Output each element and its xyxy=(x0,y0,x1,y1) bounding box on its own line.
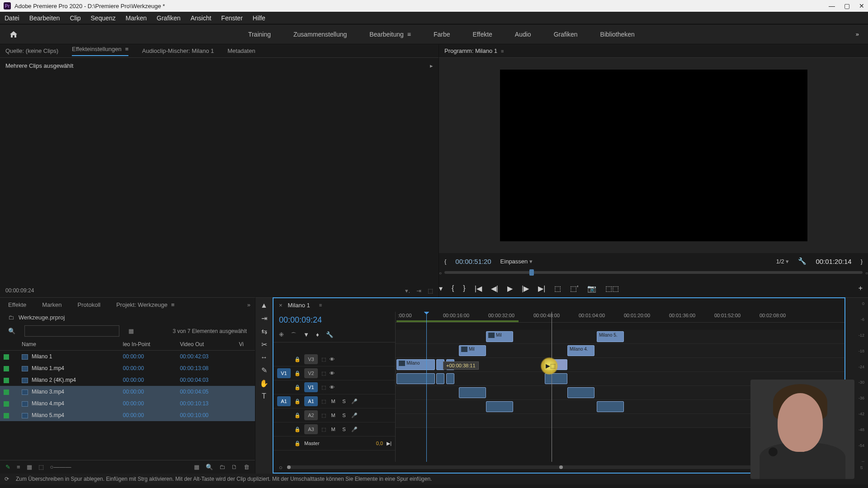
clip-a3[interactable] xyxy=(486,401,513,412)
tab-protokoll[interactable]: Protokoll xyxy=(78,301,101,308)
voiceover-icon[interactable]: 🎤 xyxy=(351,399,358,404)
lane-v2[interactable]: Mil Milano 4. xyxy=(396,344,844,358)
play-icon[interactable]: ▶ xyxy=(507,284,513,293)
settings-icon[interactable]: 🔧 xyxy=(798,257,807,265)
workspace-menu-icon[interactable]: ≡ xyxy=(407,31,411,38)
bin-icon[interactable]: 🗀 xyxy=(8,314,14,321)
icon-view-icon[interactable]: ▦ xyxy=(27,464,32,470)
list-view-icon[interactable]: ≡ xyxy=(17,464,20,470)
mute-icon[interactable]: M xyxy=(330,399,337,404)
sync-lock-icon[interactable]: ⬚ xyxy=(321,399,326,404)
timeline-timecode[interactable]: 00:00:09:24 xyxy=(274,312,395,328)
track-header-a3[interactable]: 🔒 A3 ⬚ M S 🎤 xyxy=(274,422,395,436)
timeline-zoom-out-icon[interactable]: ○ xyxy=(279,464,283,471)
maximize-button[interactable]: ▢ xyxy=(844,2,850,9)
clip-a2b[interactable] xyxy=(567,387,594,398)
lock-icon[interactable]: 🔒 xyxy=(294,427,301,432)
selection-tool-icon[interactable]: ▲ xyxy=(260,301,268,310)
insert-icon[interactable]: ⇥ xyxy=(416,287,421,294)
comparison-icon[interactable]: ⬚⬚ xyxy=(605,284,619,293)
workspace-overflow-icon[interactable]: » xyxy=(856,31,859,38)
pen-icon[interactable]: ✎ xyxy=(5,464,10,470)
clip-v3[interactable]: Mil xyxy=(486,331,513,342)
overwrite-icon[interactable]: ⬚ xyxy=(428,287,433,294)
program-playhead-marker[interactable] xyxy=(529,269,534,276)
trash-icon[interactable]: 🗑 xyxy=(244,464,250,470)
program-menu-icon[interactable]: ≡ xyxy=(501,48,504,54)
workspace-grafiken[interactable]: Grafiken xyxy=(554,31,578,38)
slip-tool-icon[interactable]: ↔ xyxy=(260,353,268,361)
time-ruler[interactable]: :00:00 00:00:16:00 00:00:32:00 00:00:48:… xyxy=(396,312,844,323)
track-v3[interactable]: V3 xyxy=(304,354,318,364)
zoom-slider[interactable]: ○——— xyxy=(50,464,71,470)
add-marker-icon[interactable]: ▾ xyxy=(439,284,443,293)
tl-add-marker-icon[interactable]: ♦ xyxy=(316,331,319,339)
zoom-fit-dropdown[interactable]: Einpassen xyxy=(500,258,533,265)
track-header-v1[interactable]: 🔒 V1 ⬚ 👁 xyxy=(274,380,395,394)
voiceover-icon[interactable]: 🎤 xyxy=(351,427,358,432)
mute-icon[interactable]: M xyxy=(330,413,337,418)
resolution-dropdown[interactable]: 1/2 xyxy=(776,258,789,265)
marker-tool-icon[interactable]: ▼ xyxy=(303,331,309,339)
button-editor-icon[interactable]: + xyxy=(859,284,863,292)
master-value[interactable]: 0,0 xyxy=(376,441,383,446)
program-playhead-tc[interactable]: 00:00:51:20 xyxy=(455,258,491,265)
tl-settings-icon[interactable]: 🔧 xyxy=(326,331,333,339)
new-bin-icon[interactable]: 🗀 xyxy=(219,464,225,470)
project-table[interactable]: Name leo In-Point Video Out Vi Milano 1 … xyxy=(0,338,255,460)
type-tool-icon[interactable]: T xyxy=(262,392,266,400)
clip-a1c[interactable] xyxy=(446,373,454,384)
track-a3[interactable]: A3 xyxy=(304,424,318,434)
tab-audioclip-mischer[interactable]: Audioclip-Mischer: Milano 1 xyxy=(142,47,214,54)
lock-icon[interactable]: 🔒 xyxy=(294,385,301,390)
sync-lock-icon[interactable]: ⬚ xyxy=(321,357,326,362)
sync-lock-icon[interactable]: ⬚ xyxy=(321,427,326,432)
step-back-icon[interactable]: ◀| xyxy=(491,284,498,293)
tab-effekteinstellungen[interactable]: Effekteinstellungen≡ xyxy=(72,46,128,56)
meter-solo-right[interactable]: S xyxy=(860,465,863,470)
program-scrubber[interactable]: ○ ○ xyxy=(439,269,868,279)
playhead[interactable] xyxy=(426,312,427,462)
bracket-right-icon[interactable]: } xyxy=(861,258,863,265)
auto-seq-icon[interactable]: ▦ xyxy=(194,464,199,470)
home-icon[interactable] xyxy=(9,30,18,38)
go-to-out-icon[interactable]: ▶| xyxy=(538,284,545,293)
clip-v1a[interactable]: Milano xyxy=(396,359,435,370)
mute-icon[interactable]: M xyxy=(330,427,337,432)
ripple-edit-tool-icon[interactable]: ⇆ xyxy=(261,327,267,336)
workspace-zusammenstellung[interactable]: Zusammenstellung xyxy=(293,31,347,38)
clip-a3b[interactable] xyxy=(597,401,624,412)
col-out[interactable]: Video Out xyxy=(176,338,236,351)
razor-tool-icon[interactable]: ✂ xyxy=(261,340,267,349)
menu-hilfe[interactable]: Hilfe xyxy=(253,14,265,22)
menu-datei[interactable]: Datei xyxy=(5,14,19,22)
workspace-training[interactable]: Training xyxy=(248,31,271,38)
timeline-menu-icon[interactable]: ≡ xyxy=(319,302,322,308)
col-vi[interactable]: Vi xyxy=(235,338,255,351)
track-v2[interactable]: V2 xyxy=(304,368,318,378)
extract-icon[interactable]: ⬚' xyxy=(570,284,578,293)
track-a1[interactable]: A1 xyxy=(304,396,318,406)
track-a2[interactable]: A2 xyxy=(304,410,318,420)
timeline-scrollbar[interactable] xyxy=(287,465,831,469)
freeform-icon[interactable]: ⬚ xyxy=(38,464,44,470)
minimize-button[interactable]: — xyxy=(829,2,835,9)
lift-icon[interactable]: ⬚ xyxy=(554,284,561,293)
tab-effekte[interactable]: Effekte xyxy=(8,301,26,308)
eye-icon[interactable]: 👁 xyxy=(330,357,335,362)
find-icon[interactable]: 🔍 xyxy=(206,464,213,470)
expand-icon[interactable]: ▸ xyxy=(430,62,433,69)
search-input[interactable] xyxy=(24,325,119,337)
link-icon[interactable]: ⌒ xyxy=(291,331,297,339)
lock-icon[interactable]: 🔒 xyxy=(294,371,301,376)
lock-icon[interactable]: 🔒 xyxy=(294,413,301,418)
lane-v3[interactable]: Mil Milano 5. xyxy=(396,330,844,344)
export-frame-icon[interactable]: 📷 xyxy=(587,284,596,293)
clip-v3b[interactable]: Milano 5. xyxy=(597,331,624,342)
search-icon[interactable]: 🔍 xyxy=(8,328,15,334)
table-row[interactable]: Milano 1 00:00:00 00:00:42:03 xyxy=(0,351,255,363)
table-row[interactable]: Milano 3.mp4 00:00:00 00:00:04:05 xyxy=(0,386,255,398)
menu-grafiken[interactable]: Grafiken xyxy=(157,14,181,22)
workspace-bearbeitung[interactable]: Bearbeitung≡ xyxy=(369,31,411,38)
track-v1[interactable]: V1 xyxy=(304,382,318,392)
